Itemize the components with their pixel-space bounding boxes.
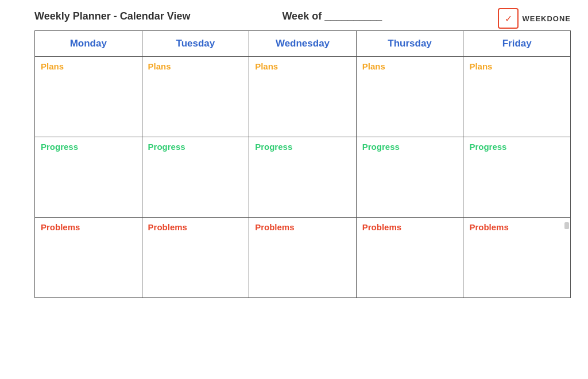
- page-title: Weekly Planner - Calendar View: [34, 10, 190, 22]
- progress-tuesday-label: Progress: [148, 142, 185, 152]
- col-monday: Monday: [35, 31, 142, 57]
- progress-thursday-cell[interactable]: Progress: [356, 137, 463, 218]
- page-header: Weekly Planner - Calendar View Week of _…: [0, 0, 588, 30]
- problems-row: Problems Problems Problems Problems Prob…: [35, 218, 571, 298]
- plans-friday-label: Plans: [469, 61, 492, 71]
- progress-monday-cell[interactable]: Progress: [35, 137, 142, 218]
- week-of-label: Week of __________: [282, 10, 382, 22]
- progress-tuesday-cell[interactable]: Progress: [142, 137, 249, 218]
- progress-monday-label: Progress: [41, 142, 78, 152]
- progress-friday-label: Progress: [469, 142, 506, 152]
- weekdone-brand-name: WEEKDONE: [522, 14, 571, 23]
- plans-wednesday-cell[interactable]: Plans: [249, 57, 357, 137]
- problems-thursday-label: Problems: [362, 222, 401, 232]
- problems-tuesday-cell[interactable]: Problems: [142, 218, 249, 298]
- plans-tuesday-label: Plans: [148, 61, 171, 71]
- col-thursday: Thursday: [356, 31, 463, 57]
- problems-thursday-cell[interactable]: Problems: [356, 218, 463, 298]
- progress-friday-cell[interactable]: Progress: [463, 137, 571, 218]
- col-wednesday: Wednesday: [249, 31, 357, 57]
- problems-monday-label: Problems: [41, 222, 80, 232]
- plans-friday-cell[interactable]: Plans: [463, 57, 571, 137]
- plans-thursday-label: Plans: [362, 61, 385, 71]
- problems-friday-cell[interactable]: Problems: [463, 218, 571, 298]
- plans-tuesday-cell[interactable]: Plans: [142, 57, 249, 137]
- scrollbar-indicator[interactable]: [564, 222, 569, 229]
- problems-friday-label: Problems: [469, 222, 508, 232]
- plans-monday-label: Plans: [41, 61, 64, 71]
- problems-monday-cell[interactable]: Problems: [35, 218, 142, 298]
- problems-wednesday-label: Problems: [255, 222, 294, 232]
- progress-wednesday-label: Progress: [255, 142, 292, 152]
- calendar-wrapper: Monday Tuesday Wednesday Thursday Friday…: [0, 30, 588, 304]
- problems-wednesday-cell[interactable]: Problems: [249, 218, 357, 298]
- plans-monday-cell[interactable]: Plans: [35, 57, 142, 137]
- plans-thursday-cell[interactable]: Plans: [356, 57, 463, 137]
- progress-wednesday-cell[interactable]: Progress: [249, 137, 357, 218]
- header-row: Monday Tuesday Wednesday Thursday Friday: [35, 31, 571, 57]
- weekdone-icon: ✓: [498, 8, 519, 29]
- plans-row: Plans Plans Plans Plans Plans: [35, 57, 571, 137]
- problems-tuesday-label: Problems: [148, 222, 187, 232]
- weekdone-logo: ✓ WEEKDONE: [498, 8, 571, 29]
- col-friday: Friday: [463, 31, 571, 57]
- calendar-table: Monday Tuesday Wednesday Thursday Friday…: [34, 30, 571, 298]
- plans-wednesday-label: Plans: [255, 61, 278, 71]
- progress-row: Progress Progress Progress Progress Prog…: [35, 137, 571, 218]
- col-tuesday: Tuesday: [142, 31, 249, 57]
- progress-thursday-label: Progress: [362, 142, 400, 152]
